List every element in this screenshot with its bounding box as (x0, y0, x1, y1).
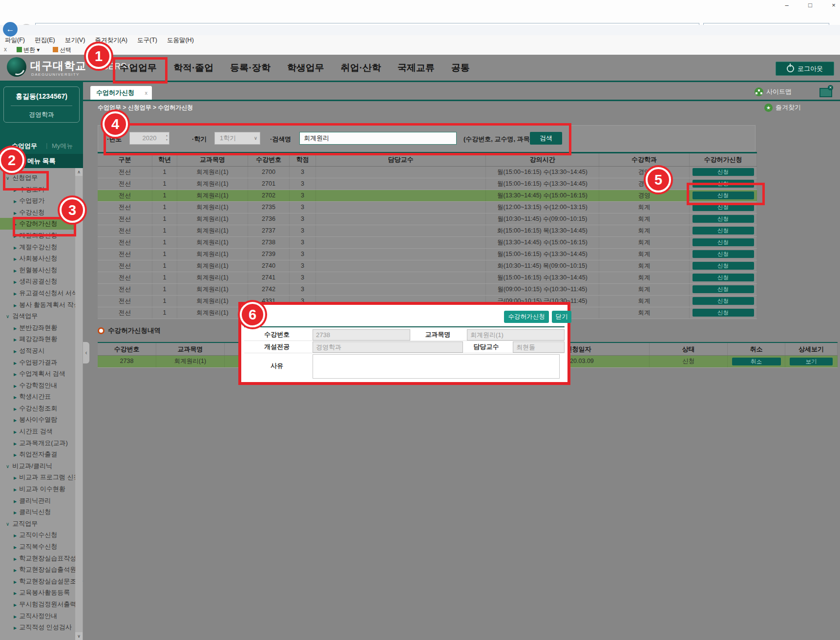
sidebar-item[interactable]: ▶취업전자출결 (0, 448, 75, 460)
table-row: 전선1회계원리(1)27393월(15:00~16:15) 수(13:30~14… (98, 249, 757, 260)
apply-button[interactable]: 신청 (693, 250, 754, 258)
sidebar-item[interactable]: ▶수강학점안내 (0, 380, 75, 391)
sidebar-item[interactable]: ▶폐강강좌현황 (0, 333, 75, 345)
apply-button[interactable]: 신청 (693, 285, 754, 293)
table-row: 전선1회계원리(1)27353월(12:00~13:15) 수(12:00~13… (98, 202, 757, 213)
nav-item-학생업무[interactable]: 학생업무 (287, 62, 324, 74)
major-field[interactable] (313, 341, 463, 353)
sidebar-item[interactable]: ▶수강신청조회 (0, 403, 75, 414)
sidebar-item[interactable]: ▶유고결석신청서 서식 (0, 287, 75, 299)
browser-menu-item[interactable]: 보기(V) (65, 35, 85, 45)
sidebar-item[interactable]: ▶계절수강신청 (0, 241, 75, 253)
back-button[interactable]: ← (3, 22, 18, 37)
table-cell: 1 (152, 213, 177, 225)
apply-button[interactable]: 신청 (693, 297, 754, 305)
browser-menu-item[interactable]: 도움말(H) (167, 35, 194, 45)
convert-button[interactable]: 변환 ▾ (17, 46, 40, 54)
sidebar-item[interactable]: ▶교과목개요(교과) (0, 437, 75, 449)
modal-apply-button[interactable]: 수강허가신청 (504, 311, 549, 323)
apply-button[interactable]: 신청 (693, 227, 754, 235)
apply-button[interactable]: 신청 (693, 274, 754, 281)
sidebar-item[interactable]: ▶헌혈봉사신청 (0, 264, 75, 276)
nav-item-국제교류[interactable]: 국제교류 (398, 62, 435, 74)
sidebar-item[interactable]: ▶교직사정안내 (0, 610, 75, 622)
user-department: 경영학과 (4, 110, 79, 119)
nav-item-학적·졸업[interactable]: 학적·졸업 (173, 62, 213, 74)
sidebar-item[interactable]: ▶학생시간표 (0, 391, 75, 403)
table-cell: 회계원리(1) (177, 237, 248, 248)
sidebar-item[interactable]: ▶교직적성 인성검사 (0, 621, 75, 633)
sidebar-scrollbar[interactable]: ∧ ∨ (75, 168, 83, 640)
screen: – □ × ← → e https://tigersstd.daegu.ac.k… (0, 0, 840, 640)
professor-field[interactable] (513, 341, 565, 353)
nav-item-공통[interactable]: 공통 (451, 62, 470, 74)
sidebar-item[interactable]: ▶수업평가결과 (0, 357, 75, 368)
browser-menu-item[interactable]: 파일(F) (5, 35, 25, 45)
favorites-link[interactable]: ★ 즐겨찾기 (764, 103, 801, 112)
table-cell: 전선 (98, 272, 152, 283)
maximize-button[interactable]: □ (802, 1, 819, 10)
page-tab-close-icon[interactable]: x (145, 86, 148, 100)
course-no-field[interactable] (313, 329, 410, 341)
sidebar-item[interactable]: ▶봉사 활동계획서 작성 (0, 299, 75, 311)
sidebar-item[interactable]: ▶클리닉관리 (0, 495, 75, 507)
sidebar-item[interactable]: ▶비교과 이수현황 (0, 483, 75, 495)
table-cell: 전선 (98, 178, 152, 190)
arrow-right-icon: ▶ (14, 395, 17, 400)
browser-menu-item[interactable]: 도구(T) (137, 35, 157, 45)
sidebar-section[interactable]: ∨비교과/클리닉 (0, 460, 75, 472)
toolbar-close-button[interactable]: x (4, 46, 7, 53)
sidebar-item[interactable]: ▶무시험검정원서출력 (0, 598, 75, 610)
sidebar-item[interactable]: ▶성적공시 (0, 345, 75, 357)
sidebar-item[interactable]: ▶교직복수신청 (0, 541, 75, 553)
sidebar-item[interactable]: ▶비교과 프로그램 신청 (0, 471, 75, 483)
apply-button[interactable]: 신청 (693, 238, 754, 246)
course-name-field[interactable] (467, 329, 565, 341)
arrow-right-icon: ▶ (14, 257, 17, 261)
select-button[interactable]: 선택 (53, 46, 71, 54)
cancel-button[interactable]: 취소 (732, 358, 781, 365)
scroll-down-icon[interactable]: ∨ (75, 632, 83, 640)
arrow-right-icon: ▶ (14, 499, 17, 504)
reason-textarea[interactable] (313, 354, 560, 379)
apply-button[interactable]: 신청 (693, 262, 754, 270)
modal-close-button[interactable]: 닫기 (552, 311, 571, 323)
table-cell: 전선 (98, 307, 152, 319)
sidebar-item[interactable]: ▶학교현장실습표작성 (0, 553, 75, 564)
table-cell: 3 (290, 213, 316, 225)
sitemap-link[interactable]: 사이트맵 (755, 87, 792, 96)
close-all-tabs-icon[interactable] (819, 88, 832, 97)
browser-menu-item[interactable]: 편집(E) (35, 35, 55, 45)
page-tab[interactable]: 수업허가신청 x (90, 86, 152, 100)
sidebar-section[interactable]: ∨교직업무 (0, 518, 75, 530)
sidebar-item[interactable]: ▶교직이수신청 (0, 529, 75, 541)
table-cell: 회계원리(1) (177, 272, 248, 283)
scroll-up-icon[interactable]: ∧ (75, 168, 83, 176)
sidebar-section[interactable]: ∨검색업무 (0, 310, 75, 322)
sidebar-item[interactable]: ▶학교현장실습출석원 (0, 564, 75, 576)
apply-button[interactable]: 신청 (693, 168, 754, 176)
nav-item-등록·장학[interactable]: 등록·장학 (230, 62, 270, 74)
close-button[interactable]: × (825, 1, 840, 10)
apply-button[interactable]: 신청 (693, 215, 754, 223)
sidebar-item[interactable]: ▶교육봉사활동등록 (0, 587, 75, 598)
view-button[interactable]: 보기 (790, 358, 833, 365)
table-cell: 회계원리(1) (177, 260, 248, 272)
sidebar-item[interactable]: ▶학교현장실습설문조사 (0, 576, 75, 587)
minimize-button[interactable]: – (778, 1, 795, 10)
arrow-right-icon: ▶ (14, 488, 17, 492)
sidebar-item[interactable]: ▶시간표 검색 (0, 426, 75, 437)
arrow-right-icon: ▶ (14, 568, 17, 573)
sidebar-item[interactable]: ▶수업계획서 검색 (0, 368, 75, 380)
sidebar-item[interactable]: ▶봉사이수열람 (0, 414, 75, 426)
nav-item-취업·산학[interactable]: 취업·산학 (341, 62, 381, 74)
sidebar-item[interactable]: ▶생리공결신청 (0, 276, 75, 287)
sidebar-item[interactable]: ▶클리닉신청 (0, 506, 75, 518)
logout-button[interactable]: 로그아웃 (776, 62, 834, 76)
sidebar-tab-mymenu[interactable]: My메뉴 (52, 142, 73, 150)
sidebar-item[interactable]: ▶분반강좌현황 (0, 322, 75, 334)
sidebar-collapse-handle[interactable]: ‹ (83, 342, 89, 363)
sidebar-item[interactable]: ▶사회봉사신청 (0, 253, 75, 264)
apply-button[interactable]: 신청 (693, 309, 754, 317)
column-header: 수강학과 (599, 153, 690, 166)
